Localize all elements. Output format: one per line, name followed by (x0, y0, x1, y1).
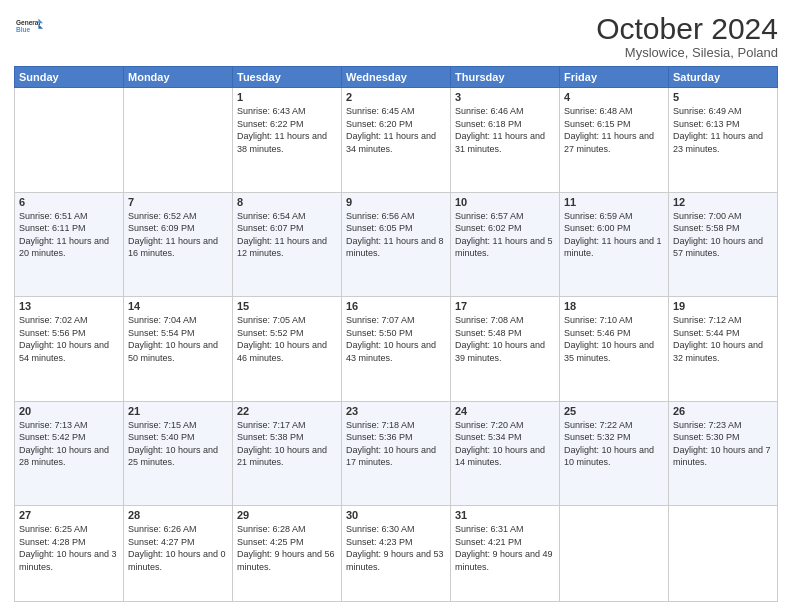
table-row: 27Sunrise: 6:25 AMSunset: 4:28 PMDayligh… (15, 506, 124, 602)
header-thursday: Thursday (451, 67, 560, 88)
daylight-text: Daylight: 10 hours and 35 minutes. (564, 339, 664, 364)
sunset-text: Sunset: 5:36 PM (346, 431, 446, 444)
table-row: 21Sunrise: 7:15 AMSunset: 5:40 PMDayligh… (124, 401, 233, 506)
table-row: 6Sunrise: 6:51 AMSunset: 6:11 PMDaylight… (15, 192, 124, 297)
sunrise-text: Sunrise: 6:26 AM (128, 523, 228, 536)
day-number: 9 (346, 196, 446, 208)
day-number: 12 (673, 196, 773, 208)
sunset-text: Sunset: 5:52 PM (237, 327, 337, 340)
sunset-text: Sunset: 4:25 PM (237, 536, 337, 549)
daylight-text: Daylight: 11 hours and 34 minutes. (346, 130, 446, 155)
day-number: 28 (128, 509, 228, 521)
day-number: 19 (673, 300, 773, 312)
sunrise-text: Sunrise: 7:04 AM (128, 314, 228, 327)
sunrise-text: Sunrise: 6:43 AM (237, 105, 337, 118)
svg-text:General: General (16, 19, 40, 26)
sunset-text: Sunset: 5:48 PM (455, 327, 555, 340)
header-wednesday: Wednesday (342, 67, 451, 88)
sunset-text: Sunset: 4:28 PM (19, 536, 119, 549)
sunrise-text: Sunrise: 6:30 AM (346, 523, 446, 536)
table-row: 3Sunrise: 6:46 AMSunset: 6:18 PMDaylight… (451, 88, 560, 193)
day-number: 15 (237, 300, 337, 312)
sunrise-text: Sunrise: 6:46 AM (455, 105, 555, 118)
sunrise-text: Sunrise: 6:52 AM (128, 210, 228, 223)
day-number: 24 (455, 405, 555, 417)
table-row: 2Sunrise: 6:45 AMSunset: 6:20 PMDaylight… (342, 88, 451, 193)
table-row: 7Sunrise: 6:52 AMSunset: 6:09 PMDaylight… (124, 192, 233, 297)
table-row: 10Sunrise: 6:57 AMSunset: 6:02 PMDayligh… (451, 192, 560, 297)
table-row: 17Sunrise: 7:08 AMSunset: 5:48 PMDayligh… (451, 297, 560, 402)
logo-icon: GeneralBlue (16, 12, 44, 40)
sunrise-text: Sunrise: 6:57 AM (455, 210, 555, 223)
daylight-text: Daylight: 10 hours and 21 minutes. (237, 444, 337, 469)
table-row: 4Sunrise: 6:48 AMSunset: 6:15 PMDaylight… (560, 88, 669, 193)
sunrise-text: Sunrise: 6:31 AM (455, 523, 555, 536)
header-tuesday: Tuesday (233, 67, 342, 88)
day-number: 5 (673, 91, 773, 103)
table-row: 20Sunrise: 7:13 AMSunset: 5:42 PMDayligh… (15, 401, 124, 506)
header-monday: Monday (124, 67, 233, 88)
sunset-text: Sunset: 5:54 PM (128, 327, 228, 340)
day-number: 25 (564, 405, 664, 417)
sunset-text: Sunset: 6:09 PM (128, 222, 228, 235)
day-number: 17 (455, 300, 555, 312)
sunset-text: Sunset: 6:13 PM (673, 118, 773, 131)
sunrise-text: Sunrise: 6:54 AM (237, 210, 337, 223)
day-number: 13 (19, 300, 119, 312)
sunrise-text: Sunrise: 7:10 AM (564, 314, 664, 327)
sunset-text: Sunset: 5:34 PM (455, 431, 555, 444)
daylight-text: Daylight: 9 hours and 56 minutes. (237, 548, 337, 573)
daylight-text: Daylight: 11 hours and 38 minutes. (237, 130, 337, 155)
daylight-text: Daylight: 11 hours and 16 minutes. (128, 235, 228, 260)
day-number: 26 (673, 405, 773, 417)
table-row: 29Sunrise: 6:28 AMSunset: 4:25 PMDayligh… (233, 506, 342, 602)
table-row: 11Sunrise: 6:59 AMSunset: 6:00 PMDayligh… (560, 192, 669, 297)
sunset-text: Sunset: 6:11 PM (19, 222, 119, 235)
header-sunday: Sunday (15, 67, 124, 88)
sunset-text: Sunset: 6:20 PM (346, 118, 446, 131)
title-block: October 2024 Myslowice, Silesia, Poland (596, 12, 778, 60)
sunrise-text: Sunrise: 7:13 AM (19, 419, 119, 432)
header-friday: Friday (560, 67, 669, 88)
calendar-row: 1Sunrise: 6:43 AMSunset: 6:22 PMDaylight… (15, 88, 778, 193)
table-row: 24Sunrise: 7:20 AMSunset: 5:34 PMDayligh… (451, 401, 560, 506)
calendar-row: 13Sunrise: 7:02 AMSunset: 5:56 PMDayligh… (15, 297, 778, 402)
daylight-text: Daylight: 10 hours and 50 minutes. (128, 339, 228, 364)
table-row: 13Sunrise: 7:02 AMSunset: 5:56 PMDayligh… (15, 297, 124, 402)
table-row: 5Sunrise: 6:49 AMSunset: 6:13 PMDaylight… (669, 88, 778, 193)
sunrise-text: Sunrise: 7:18 AM (346, 419, 446, 432)
daylight-text: Daylight: 10 hours and 39 minutes. (455, 339, 555, 364)
header-saturday: Saturday (669, 67, 778, 88)
day-number: 4 (564, 91, 664, 103)
daylight-text: Daylight: 9 hours and 53 minutes. (346, 548, 446, 573)
table-row: 28Sunrise: 6:26 AMSunset: 4:27 PMDayligh… (124, 506, 233, 602)
sunset-text: Sunset: 5:42 PM (19, 431, 119, 444)
sunset-text: Sunset: 6:00 PM (564, 222, 664, 235)
sunrise-text: Sunrise: 7:23 AM (673, 419, 773, 432)
sunset-text: Sunset: 5:32 PM (564, 431, 664, 444)
weekday-header-row: Sunday Monday Tuesday Wednesday Thursday… (15, 67, 778, 88)
day-number: 1 (237, 91, 337, 103)
daylight-text: Daylight: 11 hours and 23 minutes. (673, 130, 773, 155)
sunrise-text: Sunrise: 7:02 AM (19, 314, 119, 327)
day-number: 30 (346, 509, 446, 521)
sunrise-text: Sunrise: 7:12 AM (673, 314, 773, 327)
calendar-row: 6Sunrise: 6:51 AMSunset: 6:11 PMDaylight… (15, 192, 778, 297)
sunrise-text: Sunrise: 6:56 AM (346, 210, 446, 223)
daylight-text: Daylight: 10 hours and 54 minutes. (19, 339, 119, 364)
table-row: 25Sunrise: 7:22 AMSunset: 5:32 PMDayligh… (560, 401, 669, 506)
day-number: 31 (455, 509, 555, 521)
daylight-text: Daylight: 10 hours and 32 minutes. (673, 339, 773, 364)
daylight-text: Daylight: 11 hours and 8 minutes. (346, 235, 446, 260)
daylight-text: Daylight: 10 hours and 14 minutes. (455, 444, 555, 469)
daylight-text: Daylight: 11 hours and 20 minutes. (19, 235, 119, 260)
daylight-text: Daylight: 9 hours and 49 minutes. (455, 548, 555, 573)
table-row: 12Sunrise: 7:00 AMSunset: 5:58 PMDayligh… (669, 192, 778, 297)
sunset-text: Sunset: 4:21 PM (455, 536, 555, 549)
sunset-text: Sunset: 4:23 PM (346, 536, 446, 549)
daylight-text: Daylight: 10 hours and 43 minutes. (346, 339, 446, 364)
daylight-text: Daylight: 10 hours and 28 minutes. (19, 444, 119, 469)
daylight-text: Daylight: 10 hours and 7 minutes. (673, 444, 773, 469)
page-header: GeneralBlue October 2024 Myslowice, Sile… (14, 12, 778, 60)
day-number: 7 (128, 196, 228, 208)
